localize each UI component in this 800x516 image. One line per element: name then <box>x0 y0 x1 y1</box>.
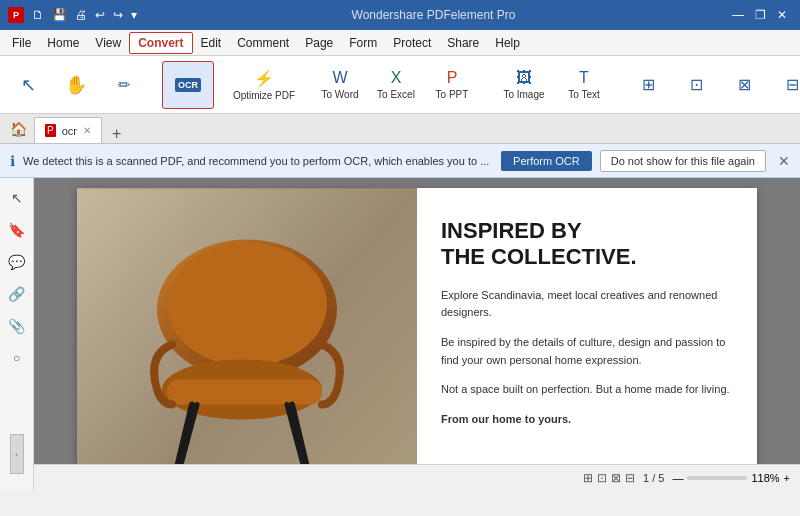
tab-home-icon[interactable]: 🏠 <box>4 115 32 143</box>
menu-view[interactable]: View <box>87 33 129 53</box>
status-bar: ⊞ ⊡ ⊠ ⊟ 1 / 5 — 118% + <box>34 464 800 490</box>
status-icon-3[interactable]: ⊠ <box>611 471 621 485</box>
to-image-label: To Image <box>503 89 544 100</box>
edit-icon: ✏ <box>118 76 131 94</box>
optimize-icon: ⚡ <box>254 69 274 88</box>
page-info: 1 / 5 <box>643 472 664 484</box>
to-ppt-button[interactable]: P To PPT <box>426 61 478 109</box>
ocr-button[interactable]: OCR <box>162 61 214 109</box>
tab-label: ocr <box>62 125 77 137</box>
qa-more[interactable]: ▾ <box>129 6 139 24</box>
extra-tool-2[interactable]: ⊡ <box>674 61 718 109</box>
notification-close-icon[interactable]: ✕ <box>778 153 790 169</box>
qa-new[interactable]: 🗋 <box>30 6 46 24</box>
menu-edit[interactable]: Edit <box>193 33 230 53</box>
qa-undo[interactable]: ↩ <box>93 6 107 24</box>
app-title: Wondershare PDFelement Pro <box>139 8 728 22</box>
extra-tool-4[interactable]: ⊟ <box>770 61 800 109</box>
pdf-image-section <box>77 188 417 490</box>
title-bar: P 🗋 💾 🖨 ↩ ↪ ▾ Wondershare PDFelement Pro… <box>0 0 800 30</box>
notification-bar: ℹ We detect this is a scanned PDF, and r… <box>0 144 800 178</box>
hand-tool[interactable]: ✋ <box>54 61 98 109</box>
pdf-para-4: From our home to yours. <box>441 411 733 429</box>
toolbar: ↖ ✋ ✏ OCR ⚡ Optimize PDF W To Word X To … <box>0 56 800 114</box>
extra-icon-1: ⊞ <box>642 75 655 94</box>
dismiss-notification-button[interactable]: Do not show for this file again <box>600 150 766 172</box>
to-word-button[interactable]: W To Word <box>314 61 366 109</box>
extra-tool-3[interactable]: ⊠ <box>722 61 766 109</box>
status-icon-4[interactable]: ⊟ <box>625 471 635 485</box>
minimize-button[interactable]: — <box>728 5 748 25</box>
sidebar-link-icon[interactable]: 🔗 <box>3 280 31 308</box>
zoom-slider[interactable] <box>687 476 747 480</box>
to-excel-label: To Excel <box>377 89 415 100</box>
extra-icon-2: ⊡ <box>690 75 703 94</box>
optimize-label: Optimize PDF <box>233 90 295 101</box>
extra-icon-4: ⊟ <box>786 75 799 94</box>
sidebar-note-icon[interactable]: ○ <box>3 344 31 372</box>
tab-close-icon[interactable]: ✕ <box>83 125 91 136</box>
to-image-button[interactable]: 🖼 To Image <box>494 61 554 109</box>
edit-tool[interactable]: ✏ <box>102 61 146 109</box>
menu-form[interactable]: Form <box>341 33 385 53</box>
window-controls: — ❐ ✕ <box>728 5 792 25</box>
to-text-button[interactable]: T To Text <box>558 61 610 109</box>
to-excel-icon: X <box>391 69 402 87</box>
chair-image <box>77 188 417 490</box>
qa-save[interactable]: 💾 <box>50 6 69 24</box>
quick-access-toolbar: 🗋 💾 🖨 ↩ ↪ ▾ <box>30 6 139 24</box>
maximize-button[interactable]: ❐ <box>750 5 770 25</box>
qa-redo[interactable]: ↪ <box>111 6 125 24</box>
sidebar-bookmark-icon[interactable]: 🔖 <box>3 216 31 244</box>
pdf-viewer[interactable]: INSPIRED BY THE COLLECTIVE. Explore Scan… <box>34 178 800 490</box>
menu-share[interactable]: Share <box>439 33 487 53</box>
sidebar-comment-icon[interactable]: 💬 <box>3 248 31 276</box>
pdf-para-1: Explore Scandinavia, meet local creative… <box>441 287 733 322</box>
extra-tool-1[interactable]: ⊞ <box>626 61 670 109</box>
menu-bar: File Home View Convert Edit Comment Page… <box>0 30 800 56</box>
select-tool[interactable]: ↖ <box>6 61 50 109</box>
total-pages: 5 <box>658 472 664 484</box>
tab-ocr[interactable]: P ocr ✕ <box>34 117 102 143</box>
svg-point-3 <box>167 243 327 367</box>
zoom-minus-icon[interactable]: — <box>672 472 683 484</box>
sidebar-select-icon[interactable]: ↖ <box>3 184 31 212</box>
pdf-heading: INSPIRED BY THE COLLECTIVE. <box>441 218 733 271</box>
close-button[interactable]: ✕ <box>772 5 792 25</box>
to-image-icon: 🖼 <box>516 69 532 87</box>
tab-bar: 🏠 P ocr ✕ + <box>0 114 800 144</box>
zoom-plus-icon[interactable]: + <box>784 472 790 484</box>
optimize-pdf-button[interactable]: ⚡ Optimize PDF <box>230 61 298 109</box>
to-excel-button[interactable]: X To Excel <box>370 61 422 109</box>
hand-icon: ✋ <box>65 74 87 96</box>
extra-icon-3: ⊠ <box>738 75 751 94</box>
pdf-para-3: Not a space built on perfection. But a h… <box>441 381 733 399</box>
menu-comment[interactable]: Comment <box>229 33 297 53</box>
menu-file[interactable]: File <box>4 33 39 53</box>
title-bar-left: P 🗋 💾 🖨 ↩ ↪ ▾ <box>8 6 139 24</box>
status-icon-1[interactable]: ⊞ <box>583 471 593 485</box>
menu-convert[interactable]: Convert <box>129 32 192 54</box>
app-icon: P <box>8 7 24 23</box>
pdf-para-2: Be inspired by the details of culture, d… <box>441 334 733 369</box>
select-icon: ↖ <box>21 74 36 96</box>
status-icons: ⊞ ⊡ ⊠ ⊟ <box>583 471 635 485</box>
menu-home[interactable]: Home <box>39 33 87 53</box>
zoom-control: — 118% + <box>672 472 790 484</box>
pdf-page: INSPIRED BY THE COLLECTIVE. Explore Scan… <box>77 188 757 490</box>
sidebar-attach-icon[interactable]: 📎 <box>3 312 31 340</box>
menu-help[interactable]: Help <box>487 33 528 53</box>
sidebar-expand-button[interactable]: › <box>10 434 24 474</box>
to-ppt-label: To PPT <box>436 89 469 100</box>
svg-rect-5 <box>167 380 322 405</box>
perform-ocr-button[interactable]: Perform OCR <box>501 151 592 171</box>
to-text-label: To Text <box>568 89 600 100</box>
status-icon-2[interactable]: ⊡ <box>597 471 607 485</box>
to-text-icon: T <box>579 69 589 87</box>
qa-print[interactable]: 🖨 <box>73 6 89 24</box>
menu-page[interactable]: Page <box>297 33 341 53</box>
add-tab-button[interactable]: + <box>104 125 129 143</box>
to-word-label: To Word <box>321 89 358 100</box>
to-word-icon: W <box>332 69 347 87</box>
menu-protect[interactable]: Protect <box>385 33 439 53</box>
